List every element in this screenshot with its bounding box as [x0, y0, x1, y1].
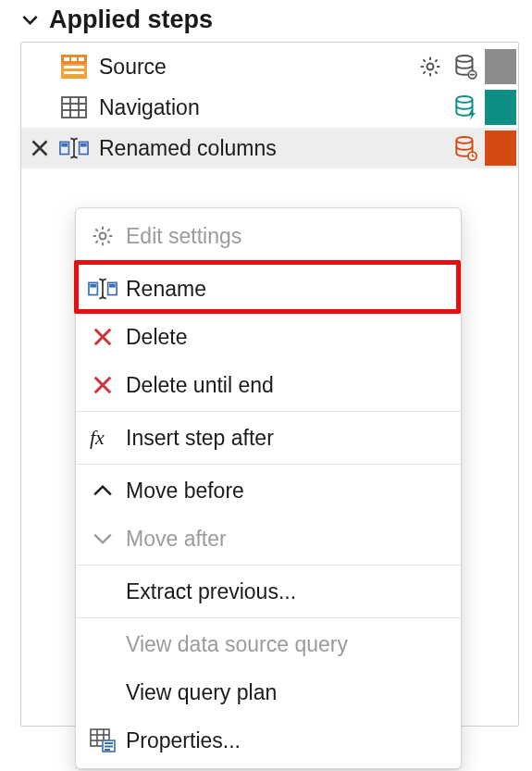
menu-separator: [76, 464, 461, 465]
svg-rect-5: [64, 66, 84, 68]
menu-separator: [76, 565, 461, 566]
step-row-renamed-columns[interactable]: Renamed columns: [21, 128, 518, 168]
menu-delete-until-end[interactable]: Delete until end: [76, 361, 461, 409]
table-step-icon: [58, 96, 90, 118]
step-label: Navigation: [99, 95, 450, 120]
svg-rect-3: [71, 57, 77, 61]
menu-label: View data source query: [126, 632, 448, 657]
svg-rect-6: [64, 71, 84, 74]
menu-move-before[interactable]: Move before: [76, 466, 461, 515]
svg-text:fx: fx: [90, 427, 105, 449]
steps-list: Source Navigation: [20, 42, 519, 727]
rename-columns-step-icon: [58, 136, 90, 160]
menu-extract-previous[interactable]: Extract previous...: [76, 567, 461, 616]
svg-rect-37: [105, 742, 113, 744]
menu-label: Extract previous...: [126, 579, 448, 604]
rename-icon: [83, 278, 122, 300]
step-row-navigation[interactable]: Navigation: [21, 87, 518, 128]
menu-separator: [76, 411, 461, 412]
menu-delete[interactable]: Delete: [76, 313, 461, 361]
chevron-down-icon: [83, 531, 122, 546]
menu-label: Move before: [126, 479, 448, 504]
query-folding-indicator: [485, 131, 516, 166]
properties-icon: [83, 728, 122, 752]
step-context-menu: Edit settings: [75, 207, 462, 769]
menu-label: Delete until end: [126, 373, 448, 398]
menu-insert-step-after[interactable]: fx Insert step after: [76, 414, 461, 462]
menu-label: Rename: [126, 277, 448, 302]
delete-x-icon: [83, 327, 122, 347]
menu-view-query-plan[interactable]: View query plan: [76, 668, 461, 716]
step-row-source[interactable]: Source: [21, 46, 518, 87]
menu-rename[interactable]: Rename: [76, 265, 461, 313]
menu-separator: [76, 617, 461, 618]
menu-label: Edit settings: [126, 224, 448, 249]
data-source-clock-icon[interactable]: [450, 135, 481, 161]
data-source-icon[interactable]: [450, 54, 481, 80]
svg-rect-20: [80, 143, 87, 147]
svg-rect-2: [64, 57, 69, 61]
menu-view-data-source-query: View data source query: [76, 620, 461, 668]
applied-steps-header[interactable]: Applied steps: [20, 6, 519, 34]
step-label: Renamed columns: [99, 136, 450, 161]
query-folding-indicator: [485, 49, 516, 84]
fx-icon: fx: [83, 427, 122, 449]
svg-point-8: [456, 56, 472, 62]
delete-x-icon: [83, 375, 122, 395]
query-folding-indicator: [485, 90, 516, 125]
menu-move-after: Move after: [76, 515, 461, 563]
svg-point-16: [456, 96, 472, 103]
chevron-down-icon: [20, 10, 40, 30]
menu-edit-settings: Edit settings: [76, 212, 461, 260]
chevron-up-icon: [83, 483, 122, 498]
svg-rect-28: [109, 284, 116, 288]
source-step-icon: [58, 55, 90, 79]
menu-label: Insert step after: [126, 426, 448, 451]
menu-properties[interactable]: Properties...: [76, 716, 461, 765]
menu-label: Delete: [126, 325, 448, 350]
svg-point-22: [456, 137, 472, 143]
svg-rect-11: [62, 97, 86, 118]
delete-step-icon[interactable]: [27, 139, 53, 157]
gear-icon[interactable]: [414, 55, 446, 79]
svg-point-24: [100, 233, 106, 240]
data-source-lightning-icon[interactable]: [450, 94, 481, 120]
menu-label: Move after: [126, 527, 448, 552]
svg-rect-38: [105, 746, 113, 748]
svg-rect-4: [79, 57, 84, 61]
step-label: Source: [99, 55, 414, 80]
menu-label: Properties...: [126, 728, 448, 753]
svg-rect-19: [61, 143, 68, 147]
gear-icon: [83, 224, 122, 248]
section-title: Applied steps: [49, 6, 213, 34]
menu-separator: [76, 262, 461, 263]
svg-point-7: [427, 64, 434, 70]
svg-rect-39: [105, 749, 110, 751]
menu-label: View query plan: [126, 680, 448, 705]
svg-rect-27: [90, 284, 96, 288]
